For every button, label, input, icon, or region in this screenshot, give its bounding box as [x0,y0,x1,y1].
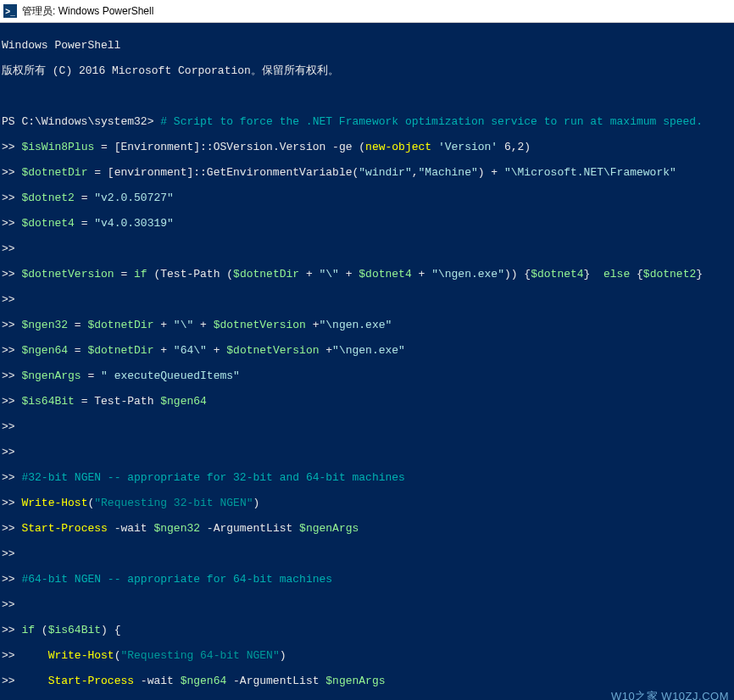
terminal-line: >> [2,293,732,306]
terminal-area[interactable]: Windows PowerShell 版权所有 (C) 2016 Microso… [0,23,734,700]
terminal-line: >> [2,547,732,560]
terminal-line: >> [2,242,732,255]
terminal-line: Windows PowerShell [2,39,732,52]
terminal-line: >> [2,446,732,458]
terminal-line: >> $dotnetVersion = if (Test-Path ($dotn… [2,268,732,281]
terminal-line: >> $ngen32 = $dotnetDir + "\" + $dotnetV… [2,319,732,331]
powershell-icon: >_ [3,4,17,18]
terminal-line: >> [2,420,732,433]
terminal-line: >> $isWin8Plus = [Environment]::OSVersio… [2,141,732,153]
terminal-line: >> $dotnet2 = "v2.0.50727" [2,192,732,204]
watermark: W10之家 W10ZJ.COM [611,690,729,700]
terminal-line: >> $dotnet4 = "v4.0.30319" [2,217,732,230]
terminal-line: >> [2,598,732,611]
window-title: 管理员: Windows PowerShell [22,4,153,19]
terminal-line: >> $ngen64 = $dotnetDir + "64\" + $dotne… [2,344,732,357]
terminal-line: >> Write-Host("Requesting 32-bit NGEN") [2,497,732,509]
terminal-line: PS C:\Windows\system32> # Script to forc… [2,115,732,128]
terminal-line [2,90,732,103]
window-titlebar[interactable]: >_ 管理员: Windows PowerShell [0,0,734,23]
terminal-line: >> if ($is64Bit) { [2,624,732,636]
terminal-line: >> $is64Bit = Test-Path $ngen64 [2,395,732,408]
terminal-line: >> Start-Process -wait $ngen64 -Argument… [2,675,732,687]
terminal-line: >> #64-bit NGEN -- appropriate for 64-bi… [2,573,732,586]
terminal-line: >> Start-Process -wait $ngen32 -Argument… [2,522,732,535]
terminal-line: 版权所有 (C) 2016 Microsoft Corporation。保留所有… [2,64,732,77]
terminal-line: >> $dotnetDir = [environment]::GetEnviro… [2,166,732,179]
terminal-line: >> Write-Host("Requesting 64-bit NGEN") [2,649,732,662]
terminal-line: >> #32-bit NGEN -- appropriate for 32-bi… [2,471,732,484]
terminal-line: >> $ngenArgs = " executeQueuedItems" [2,369,732,382]
